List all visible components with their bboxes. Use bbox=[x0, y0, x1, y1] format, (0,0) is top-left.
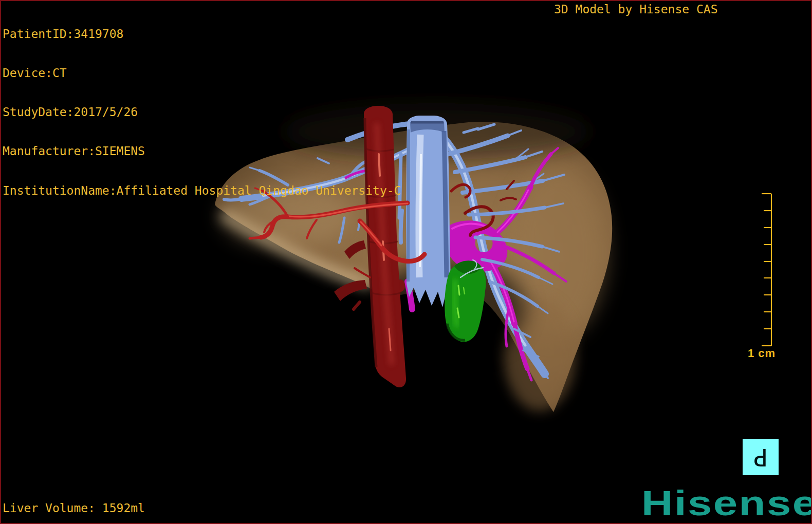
inferior-vena-cava bbox=[406, 116, 451, 307]
institution-name: InstitutionName:Affiliated Hospital Qing… bbox=[3, 184, 401, 197]
liver-volume-label: Liver Volume: 1592ml bbox=[3, 501, 145, 515]
patient-info-overlay: PatientID:3419708 Device:CT StudyDate:20… bbox=[3, 2, 401, 223]
scale-bar-label: 1 cm bbox=[748, 347, 776, 360]
hisense-logo: Hisense bbox=[641, 483, 812, 523]
study-date: StudyDate:2017/5/26 bbox=[3, 106, 401, 119]
patient-id: PatientID:3419708 bbox=[3, 28, 401, 41]
scale-bar: 1 cm bbox=[748, 194, 776, 360]
watermark-label: 3D Model by Hisense CAS bbox=[554, 3, 718, 16]
manufacturer: Manufacturer:SIEMENS bbox=[3, 145, 401, 158]
orientation-marker: P bbox=[743, 439, 779, 475]
device: Device:CT bbox=[3, 67, 401, 80]
orientation-letter: P bbox=[753, 445, 768, 470]
viewer-window: 1 cm PatientID:3419708 Device:CT StudyDa… bbox=[0, 0, 812, 524]
